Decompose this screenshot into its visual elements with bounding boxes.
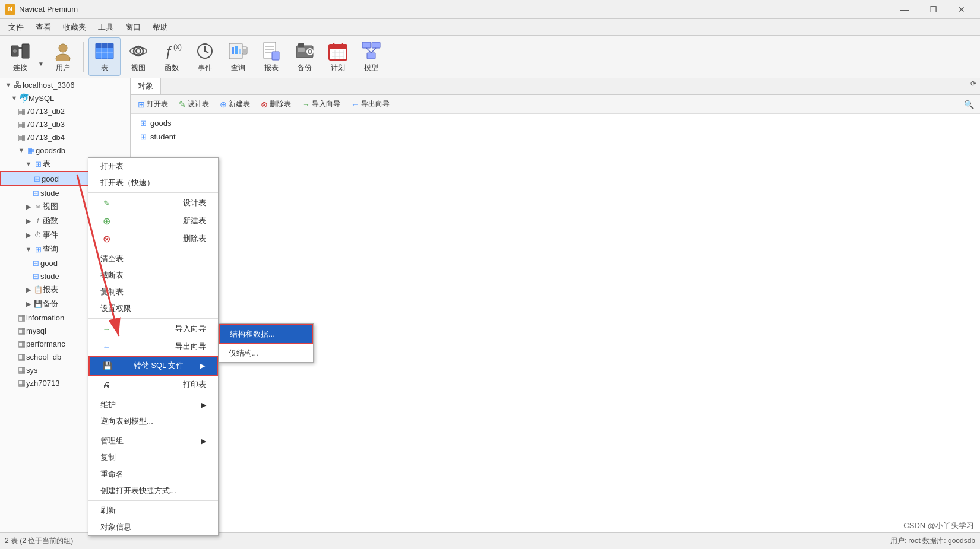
- svg-text:(x): (x): [173, 43, 182, 51]
- open-table-btn[interactable]: ⊞ 打开表: [133, 97, 173, 112]
- ctx-rename[interactable]: 重命名: [88, 466, 218, 483]
- svg-point-5: [56, 54, 70, 61]
- ctx-copy[interactable]: 复制: [88, 449, 218, 466]
- ctx-object-info[interactable]: 对象信息: [88, 519, 218, 535]
- ctx-delete-icon: ⊗: [100, 233, 112, 245]
- export-wizard-icon: ←: [351, 100, 359, 109]
- design-table-label: 设计表: [188, 99, 209, 109]
- table-list-student[interactable]: ⊞ student: [131, 130, 980, 144]
- delete-table-icon: ⊗: [261, 100, 268, 109]
- view-label: 视图: [131, 63, 146, 73]
- design-table-btn[interactable]: ✎ 设计表: [174, 97, 214, 112]
- tab-right-icon[interactable]: ⟳: [967, 78, 980, 94]
- ctx-export-icon: ←: [100, 341, 112, 353]
- menu-file[interactable]: 文件: [2, 20, 30, 35]
- ctx-clear-label: 清空表: [100, 253, 124, 264]
- ctx-print-label: 打印表: [183, 379, 206, 390]
- ctx-print-table[interactable]: 🖨 打印表: [88, 376, 218, 393]
- ctx-clear-table[interactable]: 清空表: [88, 250, 218, 267]
- ctx-reverse-model[interactable]: 逆向表到模型...: [88, 413, 218, 430]
- menu-view[interactable]: 查看: [30, 20, 57, 35]
- schedule-label: 计划: [331, 63, 345, 73]
- views-icon: ∞: [33, 202, 43, 211]
- ctx-export-wizard[interactable]: ← 导出向导: [88, 338, 218, 356]
- open-table-label: 打开表: [147, 99, 168, 109]
- ctx-create-shortcut[interactable]: 创建打开表快捷方式...: [88, 483, 218, 499]
- ctx-set-permissions[interactable]: 设置权限: [88, 300, 218, 317]
- connect-tool[interactable]: 连接: [5, 38, 36, 75]
- event-tool[interactable]: 事件: [189, 38, 220, 75]
- ctx-dump-sql[interactable]: 💾 转储 SQL 文件 ▶: [88, 356, 218, 376]
- ctx-maintain[interactable]: 维护 ▶: [88, 396, 218, 413]
- ctx-design-table[interactable]: ✎ 设计表: [88, 194, 218, 212]
- tab-objects[interactable]: 对象: [131, 78, 161, 94]
- app-logo: N: [5, 4, 15, 15]
- query-tool[interactable]: 查询: [223, 38, 254, 75]
- backup-tool[interactable]: 备份: [289, 38, 320, 75]
- app-title: Navicat Premium: [19, 5, 78, 14]
- connect-icon: [10, 40, 31, 62]
- minimize-button[interactable]: —: [891, 0, 918, 19]
- ctx-new-table[interactable]: ⊕ 新建表: [88, 212, 218, 230]
- user-tool[interactable]: 用户: [48, 38, 78, 75]
- report-icon: [261, 40, 282, 62]
- sidebar-item-db2[interactable]: ▦ 70713_db3: [0, 118, 130, 131]
- reports-label: 报表: [43, 284, 58, 295]
- svg-point-4: [59, 44, 67, 52]
- ctx-refresh[interactable]: 刷新: [88, 502, 218, 519]
- ctx-open-table[interactable]: 打开表: [88, 158, 218, 174]
- ctx-open-table-fast[interactable]: 打开表（快速）: [88, 174, 218, 191]
- new-table-btn[interactable]: ⊕ 新建表: [215, 97, 255, 112]
- ctx-design-label: 设计表: [183, 198, 206, 208]
- main-toolbar: 连接 ▼ 用户 表: [0, 36, 980, 78]
- svg-point-19: [204, 50, 206, 52]
- goodsdb-expand-icon: ▼: [17, 145, 26, 155]
- ctx-truncate-table[interactable]: 截断表: [88, 267, 218, 284]
- function-tool[interactable]: ƒ (x) 函数: [156, 38, 187, 75]
- ctx-dump-arrow-icon: ▶: [200, 362, 205, 370]
- svg-line-50: [366, 48, 371, 53]
- menu-favorites[interactable]: 收藏夹: [57, 20, 92, 35]
- delete-table-btn[interactable]: ⊗ 删除表: [256, 97, 296, 112]
- watermark: CSDN @小丫头学习: [903, 521, 974, 531]
- db1-label: 70713_db2: [26, 107, 65, 116]
- sidebar-item-mysql[interactable]: ▼ 🐬 MySQL: [0, 91, 130, 104]
- mysql-db-label: mysql: [26, 326, 46, 335]
- schedule-tool[interactable]: 计划: [323, 38, 353, 75]
- school-icon: ▦: [17, 352, 26, 361]
- ctx-import-wizard[interactable]: → 导入向导: [88, 320, 218, 338]
- ctx-manage-group[interactable]: 管理组 ▶: [88, 433, 218, 449]
- menu-window[interactable]: 窗口: [119, 20, 147, 35]
- menu-help[interactable]: 帮助: [147, 20, 174, 35]
- information-label: information: [26, 313, 64, 322]
- ctx-delete-table[interactable]: ⊗ 删除表: [88, 230, 218, 247]
- search-icon[interactable]: 🔍: [960, 99, 978, 110]
- ctx-copy-table[interactable]: 复制表: [88, 284, 218, 300]
- view-tool[interactable]: 视图: [123, 38, 154, 75]
- expand-icon-mysql: ▼: [10, 93, 19, 103]
- sidebar-item-db3[interactable]: ▦ 70713_db4: [0, 131, 130, 144]
- close-button[interactable]: ✕: [948, 0, 975, 19]
- import-wizard-btn[interactable]: → 导入向导: [297, 97, 345, 112]
- maximize-button[interactable]: ❐: [919, 0, 947, 19]
- svg-line-51: [371, 48, 376, 53]
- report-tool[interactable]: 报表: [256, 38, 287, 75]
- connect-arrow-icon[interactable]: ▼: [37, 59, 45, 68]
- table-tool[interactable]: 表: [88, 37, 121, 76]
- sidebar-item-db1[interactable]: ▦ 70713_db2: [0, 104, 130, 118]
- svg-rect-2: [22, 44, 29, 58]
- sub-ctx-structure-only[interactable]: 仅结构...: [219, 344, 313, 362]
- model-tool[interactable]: 模型: [356, 38, 387, 75]
- menu-tools[interactable]: 工具: [92, 20, 119, 35]
- table-list-goods[interactable]: ⊞ goods: [131, 116, 980, 130]
- export-wizard-btn[interactable]: ← 导出向导: [346, 97, 394, 112]
- svg-rect-37: [298, 48, 305, 52]
- sub-ctx-structure-data[interactable]: 结构和数据...: [219, 324, 313, 344]
- event-icon: [194, 40, 216, 62]
- sidebar-item-localhost[interactable]: ▼ 🖧 localhost_3306: [0, 78, 130, 91]
- connect-tool-group[interactable]: 连接 ▼: [5, 38, 45, 75]
- student-icon: ⊞: [140, 132, 147, 141]
- sidebar-item-goodsdb[interactable]: ▼ ▦ goodsdb: [0, 144, 130, 157]
- ctx-delete-label: 删除表: [183, 233, 206, 244]
- performance-icon: ▦: [17, 339, 26, 348]
